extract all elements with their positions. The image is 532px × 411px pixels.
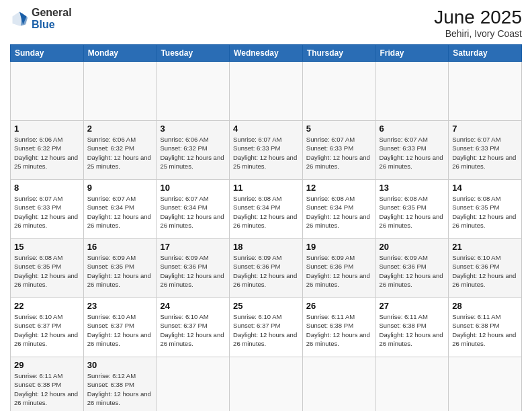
calendar-week-row: 15Sunrise: 6:08 AMSunset: 6:35 PMDayligh… [11,239,522,298]
day-info: Sunrise: 6:07 AMSunset: 6:33 PMDaylight:… [452,135,518,171]
table-row [157,357,230,412]
table-row [302,357,375,412]
day-info: Sunrise: 6:07 AMSunset: 6:34 PMDaylight:… [160,194,226,230]
logo-icon [10,9,29,28]
day-number: 30 [87,360,153,370]
day-number: 21 [452,242,518,252]
table-row: 2Sunrise: 6:06 AMSunset: 6:32 PMDaylight… [83,121,157,180]
day-info: Sunrise: 6:09 AMSunset: 6:36 PMDaylight:… [233,253,299,289]
day-info: Sunrise: 6:09 AMSunset: 6:36 PMDaylight:… [306,253,372,289]
table-row: 10Sunrise: 6:07 AMSunset: 6:34 PMDayligh… [157,180,230,239]
day-number: 26 [306,301,372,311]
day-number: 16 [87,242,153,252]
table-row: 19Sunrise: 6:09 AMSunset: 6:36 PMDayligh… [302,239,375,298]
table-row: 28Sunrise: 6:11 AMSunset: 6:38 PMDayligh… [449,298,522,357]
day-number: 3 [160,124,226,134]
table-row: 25Sunrise: 6:10 AMSunset: 6:37 PMDayligh… [230,298,303,357]
table-row: 8Sunrise: 6:07 AMSunset: 6:33 PMDaylight… [11,180,84,239]
table-row: 17Sunrise: 6:09 AMSunset: 6:36 PMDayligh… [157,239,230,298]
logo-blue: Blue [32,19,72,31]
day-number: 18 [233,242,299,252]
day-number: 17 [160,242,226,252]
table-row: 6Sunrise: 6:07 AMSunset: 6:33 PMDaylight… [375,121,449,180]
day-number: 11 [233,183,299,193]
day-info: Sunrise: 6:10 AMSunset: 6:36 PMDaylight:… [452,253,518,289]
calendar-week-row [11,62,522,121]
day-number: 10 [160,183,226,193]
table-row [157,62,230,121]
table-row [449,357,522,412]
day-number: 8 [14,183,80,193]
day-number: 27 [380,301,445,311]
day-info: Sunrise: 6:06 AMSunset: 6:32 PMDaylight:… [14,135,80,171]
day-number: 15 [14,242,80,252]
day-info: Sunrise: 6:11 AMSunset: 6:38 PMDaylight:… [380,312,445,348]
day-info: Sunrise: 6:07 AMSunset: 6:33 PMDaylight:… [14,194,80,230]
day-info: Sunrise: 6:11 AMSunset: 6:38 PMDaylight:… [306,312,372,348]
table-row [375,62,449,121]
day-number: 5 [306,124,372,134]
day-info: Sunrise: 6:12 AMSunset: 6:38 PMDaylight:… [87,371,153,407]
table-row: 21Sunrise: 6:10 AMSunset: 6:36 PMDayligh… [449,239,522,298]
day-info: Sunrise: 6:10 AMSunset: 6:37 PMDaylight:… [87,312,153,348]
day-number: 23 [87,301,153,311]
day-number: 1 [14,124,80,134]
day-info: Sunrise: 6:10 AMSunset: 6:37 PMDaylight:… [233,312,299,348]
day-number: 25 [233,301,299,311]
page: General Blue June 2025 Behiri, Ivory Coa… [0,0,532,411]
col-saturday: Saturday [449,45,522,62]
table-row: 27Sunrise: 6:11 AMSunset: 6:38 PMDayligh… [375,298,449,357]
day-info: Sunrise: 6:09 AMSunset: 6:35 PMDaylight:… [87,253,153,289]
day-info: Sunrise: 6:10 AMSunset: 6:37 PMDaylight:… [160,312,226,348]
day-info: Sunrise: 6:08 AMSunset: 6:35 PMDaylight:… [452,194,518,230]
day-info: Sunrise: 6:10 AMSunset: 6:37 PMDaylight:… [14,312,80,348]
col-friday: Friday [375,45,449,62]
day-info: Sunrise: 6:08 AMSunset: 6:35 PMDaylight:… [380,194,445,230]
table-row: 22Sunrise: 6:10 AMSunset: 6:37 PMDayligh… [11,298,84,357]
day-info: Sunrise: 6:11 AMSunset: 6:38 PMDaylight:… [14,371,80,407]
table-row [449,62,522,121]
calendar-table: Sunday Monday Tuesday Wednesday Thursday… [10,44,522,411]
table-row: 23Sunrise: 6:10 AMSunset: 6:37 PMDayligh… [83,298,157,357]
header: General Blue June 2025 Behiri, Ivory Coa… [10,7,522,39]
table-row [83,62,157,121]
day-number: 24 [160,301,226,311]
day-info: Sunrise: 6:11 AMSunset: 6:38 PMDaylight:… [452,312,518,348]
day-number: 7 [452,124,518,134]
table-row: 18Sunrise: 6:09 AMSunset: 6:36 PMDayligh… [230,239,303,298]
col-thursday: Thursday [302,45,375,62]
table-row: 29Sunrise: 6:11 AMSunset: 6:38 PMDayligh… [11,357,84,412]
table-row [375,357,449,412]
col-sunday: Sunday [11,45,84,62]
calendar-week-row: 1Sunrise: 6:06 AMSunset: 6:32 PMDaylight… [11,121,522,180]
day-number: 2 [87,124,153,134]
calendar-subtitle: Behiri, Ivory Coast [434,28,522,39]
table-row: 1Sunrise: 6:06 AMSunset: 6:32 PMDaylight… [11,121,84,180]
day-info: Sunrise: 6:06 AMSunset: 6:32 PMDaylight:… [160,135,226,171]
day-info: Sunrise: 6:08 AMSunset: 6:34 PMDaylight:… [306,194,372,230]
day-number: 13 [380,183,445,193]
table-row: 11Sunrise: 6:08 AMSunset: 6:34 PMDayligh… [230,180,303,239]
logo-text: General Blue [32,7,72,30]
calendar-header-row: Sunday Monday Tuesday Wednesday Thursday… [11,45,522,62]
day-number: 12 [306,183,372,193]
table-row [11,62,84,121]
col-wednesday: Wednesday [230,45,303,62]
table-row: 16Sunrise: 6:09 AMSunset: 6:35 PMDayligh… [83,239,157,298]
table-row: 20Sunrise: 6:09 AMSunset: 6:36 PMDayligh… [375,239,449,298]
calendar-week-row: 8Sunrise: 6:07 AMSunset: 6:33 PMDaylight… [11,180,522,239]
day-number: 20 [380,242,445,252]
table-row: 13Sunrise: 6:08 AMSunset: 6:35 PMDayligh… [375,180,449,239]
day-number: 6 [380,124,445,134]
table-row: 14Sunrise: 6:08 AMSunset: 6:35 PMDayligh… [449,180,522,239]
day-info: Sunrise: 6:08 AMSunset: 6:35 PMDaylight:… [14,253,80,289]
day-info: Sunrise: 6:07 AMSunset: 6:33 PMDaylight:… [233,135,299,171]
day-info: Sunrise: 6:07 AMSunset: 6:33 PMDaylight:… [306,135,372,171]
calendar-week-row: 22Sunrise: 6:10 AMSunset: 6:37 PMDayligh… [11,298,522,357]
table-row [302,62,375,121]
day-info: Sunrise: 6:08 AMSunset: 6:34 PMDaylight:… [233,194,299,230]
table-row: 7Sunrise: 6:07 AMSunset: 6:33 PMDaylight… [449,121,522,180]
table-row [230,357,303,412]
day-number: 14 [452,183,518,193]
table-row: 26Sunrise: 6:11 AMSunset: 6:38 PMDayligh… [302,298,375,357]
